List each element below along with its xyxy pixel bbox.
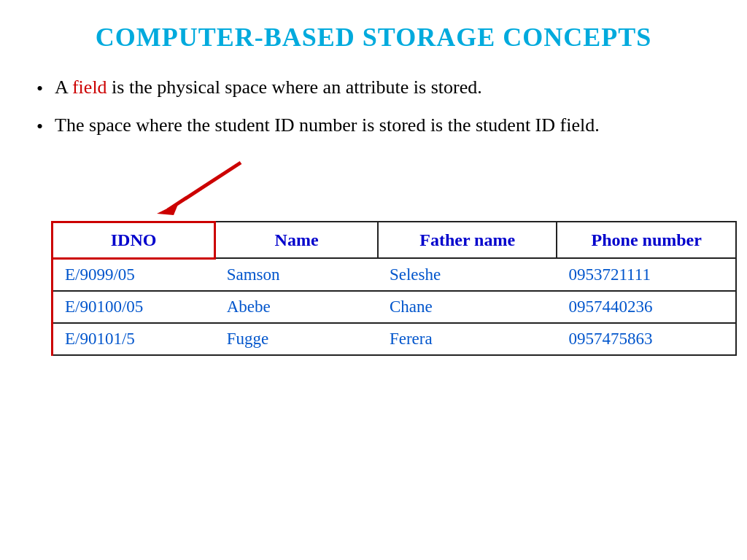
cell-phone-1: 0953721111	[557, 258, 736, 291]
data-table: IDNO Name Father name Phone number E/909…	[51, 221, 737, 356]
cell-father-1: Seleshe	[378, 258, 557, 291]
cell-name-1: Samson	[215, 258, 378, 291]
cell-idno-2: E/90100/05	[53, 291, 215, 323]
bullet-item-2: • The space where the student ID number …	[36, 112, 711, 140]
table-wrapper: IDNO Name Father name Phone number E/909…	[51, 221, 711, 356]
cell-father-2: Chane	[378, 291, 557, 323]
bullet-dot-1: •	[36, 76, 43, 102]
cell-phone-3: 0957475863	[557, 323, 736, 355]
bullet-item-1: • A field is the physical space where an…	[36, 74, 711, 102]
table-header-row: IDNO Name Father name Phone number	[53, 222, 737, 258]
cell-phone-2: 0957440236	[557, 291, 736, 323]
cell-father-3: Ferera	[378, 323, 557, 355]
table-row: E/90101/5 Fugge Ferera 0957475863	[53, 323, 737, 355]
bullet-text-1: A field is the physical space where an a…	[55, 74, 482, 101]
page-title: COMPUTER-BASED STORAGE CONCEPTS	[36, 22, 711, 52]
svg-marker-1	[157, 203, 179, 215]
svg-line-0	[168, 163, 241, 210]
col-header-father: Father name	[378, 222, 557, 258]
cell-name-2: Abebe	[215, 291, 378, 323]
table-row: E/90100/05 Abebe Chane 0957440236	[53, 291, 737, 323]
bullet-section: • A field is the physical space where an…	[36, 74, 711, 141]
col-header-name: Name	[215, 222, 378, 258]
cell-name-3: Fugge	[215, 323, 378, 355]
table-row: E/9099/05 Samson Seleshe 0953721111	[53, 258, 737, 291]
table-body: E/9099/05 Samson Seleshe 0953721111 E/90…	[53, 258, 737, 355]
field-highlight: field	[72, 77, 107, 98]
bullet-text-2: The space where the student ID number is…	[55, 112, 600, 139]
col-header-phone: Phone number	[557, 222, 736, 258]
cell-idno-1: E/9099/05	[53, 258, 215, 291]
arrow-icon	[124, 155, 270, 221]
col-header-idno: IDNO	[53, 222, 215, 258]
bullet-dot-2: •	[36, 114, 43, 140]
cell-idno-3: E/90101/5	[53, 323, 215, 355]
arrow-container	[80, 155, 711, 221]
